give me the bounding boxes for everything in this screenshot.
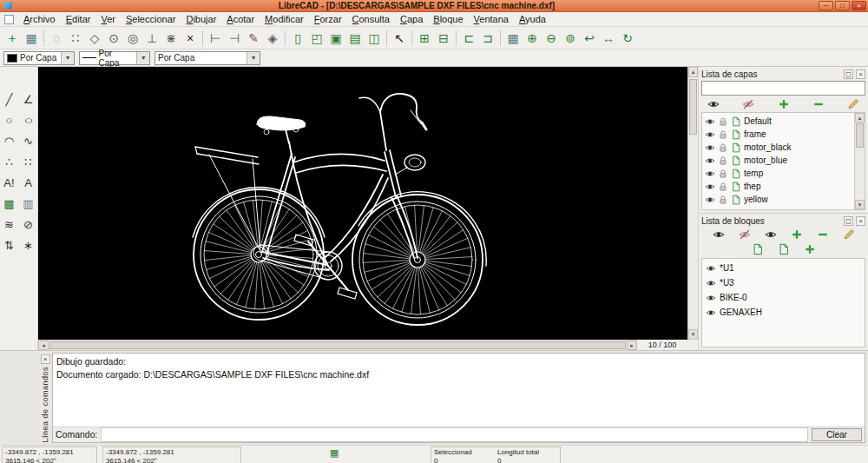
text-tool-icon[interactable]: A! xyxy=(1,173,18,193)
close-dock-icon[interactable]: × xyxy=(41,354,50,364)
zoom-in-icon[interactable]: ⊕ xyxy=(523,29,542,48)
horizontal-scroll-thumb[interactable] xyxy=(49,341,626,349)
arc-tool-icon[interactable]: ◠ xyxy=(1,131,18,151)
remove-layer-icon[interactable] xyxy=(812,98,825,110)
layer-row[interactable]: motor_black xyxy=(702,141,865,154)
menu-acotar[interactable]: Acotar xyxy=(221,13,260,25)
layer-visibility-icon[interactable] xyxy=(705,116,715,127)
float-panel-icon[interactable]: ◻ xyxy=(844,216,853,226)
toggle-all-layers-visibility-icon[interactable] xyxy=(707,98,720,110)
print-preview-icon[interactable]: ◫ xyxy=(365,29,384,48)
hatch-tool-icon[interactable]: ▩ xyxy=(1,194,18,214)
zoom-pan-icon[interactable]: ↔ xyxy=(599,29,618,48)
snap-center-icon[interactable]: ◎ xyxy=(123,29,142,48)
block-visibility-icon[interactable] xyxy=(706,278,716,288)
pen-color-combo[interactable]: Por Capa ▾ xyxy=(3,51,75,65)
menu-consulta[interactable]: Consulta xyxy=(347,13,395,25)
layer-lock-icon[interactable] xyxy=(718,155,728,166)
zoom-auto-icon[interactable]: ⊚ xyxy=(561,29,580,48)
toggle-block-visibility-icon[interactable] xyxy=(765,228,777,241)
snap-grid-icon[interactable]: ∷ xyxy=(66,29,85,48)
scroll-right-icon[interactable]: ▸ xyxy=(627,341,637,350)
layer-color-icon[interactable] xyxy=(731,116,741,127)
order-tool-icon[interactable]: ⇅ xyxy=(1,235,18,255)
menu-ver[interactable]: Ver xyxy=(95,13,121,25)
zoom-selection-window-icon[interactable]: ⊟ xyxy=(434,29,453,48)
restrict-vertical-icon[interactable]: ⊣ xyxy=(225,29,244,48)
scroll-down-icon[interactable]: ▾ xyxy=(855,200,865,209)
layer-color-icon[interactable] xyxy=(731,169,741,179)
layer-visibility-icon[interactable] xyxy=(705,129,715,140)
snap-on-entity-icon[interactable]: ⊙ xyxy=(104,29,123,48)
lock-relative-zero-icon[interactable]: ◈ xyxy=(263,29,282,48)
rename-block-icon[interactable] xyxy=(843,228,855,241)
block-visibility-icon[interactable] xyxy=(706,293,716,303)
layer-visibility-icon[interactable] xyxy=(705,142,715,153)
layer-lock-icon[interactable] xyxy=(718,129,728,140)
snap-free-icon[interactable]: ◌ xyxy=(47,29,66,48)
next-view-icon[interactable]: ⊐ xyxy=(478,29,497,48)
maximize-button[interactable]: □ xyxy=(835,1,850,10)
layers-scrollbar[interactable]: ▴ ▾ xyxy=(854,113,865,209)
layer-lock-icon[interactable] xyxy=(718,142,728,153)
layer-row[interactable]: frame xyxy=(702,128,865,141)
menu-capa[interactable]: Capa xyxy=(395,13,428,25)
block-row[interactable]: *U1 xyxy=(702,261,865,275)
remove-block-icon[interactable] xyxy=(817,228,829,241)
layer-lock-icon[interactable] xyxy=(718,182,728,192)
layer-color-icon[interactable] xyxy=(731,142,741,153)
block-row[interactable]: GENAXEH xyxy=(702,305,865,320)
layer-visibility-icon[interactable] xyxy=(705,182,715,192)
image-tool-icon[interactable]: ▥ xyxy=(20,194,37,214)
layer-row[interactable]: motor_blue xyxy=(702,154,865,167)
zoom-previous-icon[interactable]: ↩ xyxy=(580,29,599,48)
selection-pointer-icon[interactable]: ↖ xyxy=(390,29,409,48)
command-input[interactable] xyxy=(101,427,808,442)
layer-lock-icon[interactable] xyxy=(718,116,728,127)
vertical-scrollbar[interactable]: ▴ ▾ xyxy=(687,67,698,340)
save-drawing-icon[interactable]: ▣ xyxy=(326,29,345,48)
multi-point-tool-icon[interactable]: ∷ xyxy=(20,152,37,172)
zoom-fit-window-icon[interactable]: ⊞ xyxy=(415,29,434,48)
layer-row[interactable]: Default xyxy=(702,115,865,128)
block-row[interactable]: BIKE-0 xyxy=(702,290,865,305)
save-block-icon[interactable] xyxy=(778,243,790,255)
add-block-icon[interactable] xyxy=(791,228,803,241)
layer-lock-icon[interactable] xyxy=(718,169,728,179)
layers-scroll-thumb[interactable] xyxy=(856,123,864,148)
snap-endpoint-icon[interactable]: ◇ xyxy=(85,29,104,48)
scroll-up-icon[interactable]: ▴ xyxy=(855,113,865,122)
layer-visibility-icon[interactable] xyxy=(705,169,715,179)
layer-color-icon[interactable] xyxy=(731,195,741,205)
layer-color-icon[interactable] xyxy=(731,182,741,192)
point-tool-icon[interactable]: ∴ xyxy=(1,152,18,172)
freeze-all-layers-icon[interactable] xyxy=(742,98,754,110)
new-drawing-icon[interactable]: ▯ xyxy=(288,29,307,48)
print-icon[interactable]: ▤ xyxy=(345,29,365,48)
scroll-left-icon[interactable]: ◂ xyxy=(38,341,49,350)
menu-dibujar[interactable]: Dibujar xyxy=(181,13,221,25)
add-layer-icon[interactable] xyxy=(778,98,790,110)
layer-visibility-icon[interactable] xyxy=(705,195,715,205)
layer-row[interactable]: yellow xyxy=(702,193,865,206)
mtext-tool-icon[interactable]: A xyxy=(20,173,37,193)
close-button[interactable]: × xyxy=(852,1,866,10)
menu-ayuda[interactable]: Ayuda xyxy=(514,13,551,25)
circle-tool-icon[interactable]: ○ xyxy=(1,110,18,130)
ellipse-tool-icon[interactable]: ○ xyxy=(16,110,41,130)
zoom-out-icon[interactable]: ⊖ xyxy=(542,29,561,48)
layer-color-icon[interactable] xyxy=(731,129,741,140)
pen-linetype-combo[interactable]: Por Capa ▾ xyxy=(155,51,260,65)
insert-block-icon[interactable] xyxy=(804,243,816,255)
redraw-icon[interactable]: ↻ xyxy=(618,29,637,48)
angle-line-tool-icon[interactable]: ∠ xyxy=(20,89,37,109)
document-icon[interactable] xyxy=(4,15,14,24)
layer-row[interactable]: temp xyxy=(702,167,865,180)
close-panel-icon[interactable]: × xyxy=(856,69,865,79)
freeze-all-blocks-icon[interactable] xyxy=(739,228,751,241)
scroll-down-icon[interactable]: ▾ xyxy=(688,329,698,340)
grid-status-icon[interactable]: ▦ xyxy=(330,447,339,459)
edit-block-icon[interactable] xyxy=(752,243,764,255)
clear-snap-icon[interactable]: × xyxy=(181,29,200,48)
close-panel-icon[interactable]: × xyxy=(856,216,865,226)
